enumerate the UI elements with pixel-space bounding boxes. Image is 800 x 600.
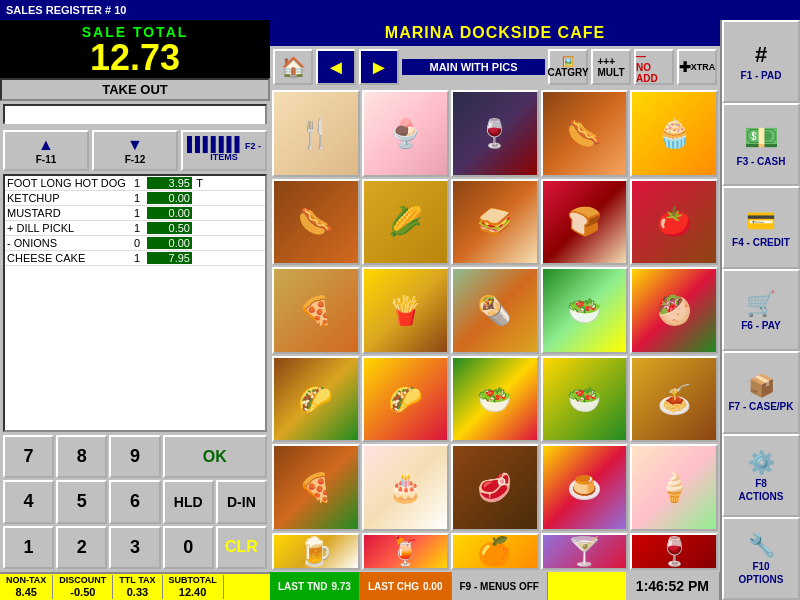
last-chg-item: LAST CHG 0.00 [360,572,452,600]
num-0[interactable]: 0 [163,526,214,569]
food-item-23[interactable]: 🍮 [541,444,629,531]
food-icon-11: 🍟 [388,294,423,327]
order-type-label: TAKE OUT [0,78,270,101]
food-icon-17: 🥗 [477,383,512,416]
food-icon-1: 🍨 [388,117,423,150]
num-2[interactable]: 2 [56,526,107,569]
search-input[interactable] [5,108,265,124]
food-item-3[interactable]: 🌭 [541,90,629,177]
food-item-16[interactable]: 🌮 [362,356,450,443]
food-item-8[interactable]: 🍞 [541,179,629,266]
food-item-24[interactable]: 🍦 [630,444,718,531]
actions-icon: ⚙️ [748,450,775,476]
food-icon-23: 🍮 [567,471,602,504]
f9-menus-button[interactable]: F9 - MENUS OFF [452,572,548,600]
num-4[interactable]: 4 [3,480,54,523]
discount-status: DISCOUNT -0.50 [53,575,113,599]
item-qty: 1 [127,252,147,264]
items-list: FOOT LONG HOT DOG 1 3.95 T KETCHUP 1 0.0… [3,174,267,432]
clear-button[interactable]: CLR [216,526,267,569]
item-row[interactable]: + DILL PICKL 1 0.50 [5,221,265,236]
actions-button[interactable]: ⚙️ F8 ACTIONS [722,434,800,517]
discount-value: -0.50 [59,586,106,599]
item-row[interactable]: - ONIONS 0 0.00 [5,236,265,251]
food-item-5[interactable]: 🌭 [272,179,360,266]
options-button[interactable]: 🔧 F10 OPTIONS [722,517,800,600]
food-item-21[interactable]: 🎂 [362,444,450,531]
main-pics-label: MAIN WITH PICS [402,59,545,75]
item-price: 0.00 [147,192,192,204]
item-qty: 1 [127,222,147,234]
credit-button[interactable]: 💳 F4 - CREDIT [722,186,800,269]
item-row[interactable]: CHEESE CAKE 1 7.95 [5,251,265,266]
food-item-20[interactable]: 🍕 [272,444,360,531]
food-icon-19: 🍝 [657,383,692,416]
options-icon: 🔧 [748,533,775,559]
discount-label: DISCOUNT [59,575,106,586]
num-1[interactable]: 1 [3,526,54,569]
sale-total-amount: 12.73 [0,40,270,76]
item-row[interactable]: KETCHUP 1 0.00 [5,191,265,206]
food-icon-14: 🥙 [657,294,692,327]
num-6[interactable]: 6 [109,480,160,523]
food-item-14[interactable]: 🥙 [630,267,718,354]
item-row[interactable]: FOOT LONG HOT DOG 1 3.95 T [5,176,265,191]
item-row[interactable]: MUSTARD 1 0.00 [5,206,265,221]
food-item-10[interactable]: 🍕 [272,267,360,354]
pay-button[interactable]: 🛒 F6 - PAY [722,269,800,352]
food-item-2[interactable]: 🍷 [451,90,539,177]
ok-button[interactable]: OK [163,435,267,478]
din-button[interactable]: D-IN [216,480,267,523]
food-item-12[interactable]: 🌯 [451,267,539,354]
category-button[interactable]: 🖼️CATGRY [548,49,588,85]
no-add-button[interactable]: —NO ADD [634,49,674,85]
f2-items-button[interactable]: ▌▌▌▌▌▌▌ F2 - ITEMS [181,130,267,171]
back-button[interactable]: ◄ [316,49,356,85]
item-tax [192,252,207,264]
food-icon-25: 🍺 [298,535,333,568]
numpad: 7 8 9 OK 4 5 6 HLD D-IN 1 2 3 0 CLR [0,432,270,572]
food-icon-9: 🍅 [657,205,692,238]
home-button[interactable]: 🏠 [273,49,313,85]
num-5[interactable]: 5 [56,480,107,523]
num-3[interactable]: 3 [109,526,160,569]
food-item-13[interactable]: 🥗 [541,267,629,354]
food-item-19[interactable]: 🍝 [630,356,718,443]
food-icon-7: 🥪 [477,205,512,238]
item-name: KETCHUP [7,192,127,204]
food-item-17[interactable]: 🥗 [451,356,539,443]
food-item-27[interactable]: 🍊 [451,533,539,570]
food-icon-5: 🌭 [298,205,333,238]
food-item-9[interactable]: 🍅 [630,179,718,266]
xtra-button[interactable]: ✚XTRA [677,49,717,85]
food-item-0[interactable]: 🍴 [272,90,360,177]
food-item-25[interactable]: 🍺 [272,533,360,570]
casepk-icon: 📦 [748,373,775,399]
food-item-15[interactable]: 🌮 [272,356,360,443]
food-icon-21: 🎂 [388,471,423,504]
hold-button[interactable]: HLD [163,480,214,523]
food-item-22[interactable]: 🥩 [451,444,539,531]
food-item-28[interactable]: 🍸 [541,533,629,570]
food-item-1[interactable]: 🍨 [362,90,450,177]
pad-button[interactable]: # F1 - PAD [722,20,800,103]
num-8[interactable]: 8 [56,435,107,478]
center-bottom-bar: LAST TND 9.73 LAST CHG 0.00 F9 - MENUS O… [270,572,720,600]
food-item-7[interactable]: 🥪 [451,179,539,266]
food-item-29[interactable]: 🍷 [630,533,718,570]
mult-button[interactable]: +++MULT [591,49,631,85]
f12-button[interactable]: ▼ F-12 [92,130,178,171]
food-item-11[interactable]: 🍟 [362,267,450,354]
search-bar[interactable] [3,104,267,124]
num-9[interactable]: 9 [109,435,160,478]
food-item-26[interactable]: 🍹 [362,533,450,570]
forward-button[interactable]: ► [359,49,399,85]
food-item-6[interactable]: 🌽 [362,179,450,266]
num-7[interactable]: 7 [3,435,54,478]
case-pk-button[interactable]: 📦 F7 - CASE/PK [722,351,800,434]
f11-button[interactable]: ▲ F-11 [3,130,89,171]
food-item-4[interactable]: 🧁 [630,90,718,177]
food-item-18[interactable]: 🥗 [541,356,629,443]
cash-button[interactable]: 💵 F3 - CASH [722,103,800,186]
item-tax [192,237,207,249]
